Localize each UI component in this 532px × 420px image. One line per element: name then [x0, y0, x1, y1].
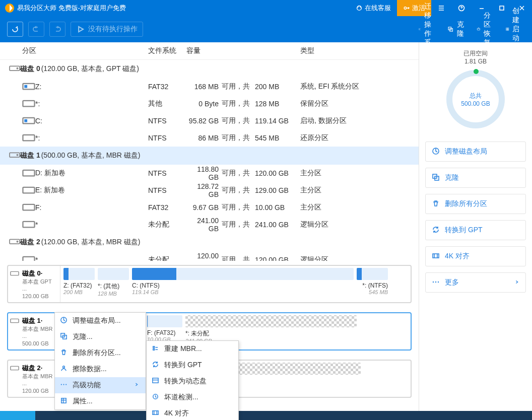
svg-rect-10: [508, 29, 509, 30]
used-value: 1.81 GB: [425, 58, 526, 65]
partition-row[interactable]: *未分配120.00 GB可用，共120.00 GB逻辑分区: [0, 251, 419, 261]
context-menu-item[interactable]: 坏道检测...: [147, 389, 238, 405]
volume-icon: [22, 82, 35, 91]
context-menu-item[interactable]: 重建 MBR...: [147, 341, 238, 357]
partition-row[interactable]: F:FAT329.67 GB可用，共10.00 GB主分区: [0, 199, 419, 216]
menu-item-icon: [152, 377, 159, 386]
action-icon: [432, 173, 440, 183]
total-value: 500.00 GB: [461, 100, 490, 107]
col-type: 类型: [300, 46, 419, 55]
action-icon: [432, 252, 440, 261]
svg-rect-7: [506, 28, 507, 29]
context-menu-item[interactable]: 4K 对齐: [147, 405, 238, 420]
menu-item-icon: [152, 393, 159, 402]
volume-icon: [22, 186, 35, 194]
os-taskbar: [0, 411, 532, 420]
support-label: 在线客服: [365, 4, 391, 13]
svg-rect-21: [23, 170, 34, 176]
action-button[interactable]: 转换到 GPT: [425, 220, 526, 240]
svg-point-42: [61, 384, 62, 385]
svg-rect-17: [24, 119, 27, 122]
toolbar: 没有待执行操作 迁移操作系统 克隆 分区恢复 创建启动盘 工具: [0, 16, 532, 42]
action-button[interactable]: 调整磁盘布局: [425, 142, 526, 162]
advanced-submenu[interactable]: 重建 MBR...转换到 GPT转换为动态盘坏道检测...4K 对齐: [146, 340, 239, 420]
svg-rect-48: [153, 411, 158, 415]
svg-point-37: [438, 281, 439, 282]
action-label: 调整磁盘布局: [445, 147, 487, 156]
context-menu-item[interactable]: 删除所有分区...: [55, 345, 146, 361]
action-button[interactable]: 更多: [425, 272, 526, 293]
hdd-icon: [9, 64, 20, 74]
col-partition: 分区: [22, 46, 148, 55]
action-label: 更多: [445, 278, 459, 287]
total-label: 总共: [470, 92, 482, 100]
context-menu-item[interactable]: 转换为动态盘: [147, 373, 238, 389]
svg-rect-34: [433, 254, 439, 258]
action-icon: [432, 226, 440, 235]
volume-icon: [22, 99, 35, 108]
action-icon: [432, 278, 440, 288]
support-button[interactable]: 在线客服: [350, 0, 397, 16]
context-menu-item[interactable]: 擦除数据...: [55, 361, 146, 377]
disk-segment[interactable]: *: (NTFS)545 MB: [357, 268, 388, 300]
partition-row[interactable]: *:NTFS86 MB可用，共545 MB还原分区: [0, 129, 419, 147]
context-menu-item[interactable]: 调整磁盘布局...: [55, 313, 146, 329]
svg-point-43: [63, 384, 64, 385]
context-menu-item[interactable]: 克隆...: [55, 329, 146, 345]
side-panel: 已用空间 1.81 GB 总共 500.00 GB 调整磁盘布局克隆删除所有分区…: [419, 42, 532, 411]
disk-row[interactable]: 磁盘 1 (500.00 GB, 基本盘, MBR 磁盘): [0, 147, 419, 165]
chevron-right-icon: [514, 278, 519, 288]
volume-icon: [22, 255, 35, 261]
partition-row[interactable]: D: 新加卷NTFS118.80 GB可用，共120.00 GB主分区: [0, 165, 419, 182]
action-button[interactable]: 克隆: [425, 168, 526, 188]
redo-button[interactable]: [49, 22, 65, 37]
undo-button[interactable]: [28, 22, 44, 37]
disk-row[interactable]: 磁盘 0 (120.00 GB, 基本盘, GPT 磁盘): [0, 60, 419, 78]
app-logo-icon: [5, 4, 14, 13]
disk-segment[interactable]: *: (其他)128 MB: [98, 268, 129, 300]
svg-rect-30: [11, 366, 19, 370]
disk-context-menu[interactable]: 调整磁盘布局...克隆...删除所有分区...擦除数据...高级功能属性...: [54, 312, 146, 410]
disk-row[interactable]: 磁盘 2 (120.00 GB, 基本盘, MBR 磁盘): [0, 233, 419, 251]
context-menu-item[interactable]: 转换到 GPT: [147, 357, 238, 373]
action-label: 转换到 GPT: [445, 226, 483, 235]
disk-map[interactable]: 磁盘 0·基本盘 GPT ...120.00 GBZ: (FAT32)200 M…: [7, 265, 412, 303]
action-button[interactable]: 删除所有分区: [425, 194, 526, 214]
action-button[interactable]: 4K 对齐: [425, 246, 526, 266]
volume-icon: [22, 203, 35, 212]
menu-item-icon: [60, 397, 68, 406]
chevron-right-icon: [135, 381, 139, 390]
action-label: 删除所有分区: [445, 199, 487, 208]
svg-point-1: [404, 7, 406, 9]
svg-rect-18: [23, 135, 34, 141]
svg-rect-23: [23, 204, 34, 211]
partition-row[interactable]: *:其他0 Byte可用，共128 MB保留分区: [0, 95, 419, 112]
pending-ops: 没有待执行操作: [71, 22, 143, 37]
svg-point-35: [433, 281, 434, 282]
menu-item-icon: [60, 365, 68, 374]
refresh-button[interactable]: [7, 22, 23, 37]
partition-row[interactable]: Z:FAT32168 MB可用，共200 MB系统, EFI 系统分区: [0, 78, 419, 95]
action-icon: [432, 199, 440, 209]
disk-segment[interactable]: C: (NTFS)119.14 GB: [132, 268, 354, 300]
svg-point-36: [435, 281, 436, 282]
svg-rect-6: [477, 28, 480, 30]
svg-rect-46: [153, 378, 158, 383]
partition-table: 磁盘 0 (120.00 GB, 基本盘, GPT 磁盘)Z:FAT32168 …: [0, 60, 419, 261]
svg-rect-15: [23, 101, 34, 107]
disk-segment[interactable]: Z: (FAT32)200 MB: [63, 268, 95, 300]
volume-icon: [22, 133, 35, 142]
partition-row[interactable]: *未分配241.00 GB可用，共241.00 GB逻辑分区: [0, 216, 419, 233]
svg-rect-28: [11, 271, 19, 275]
svg-rect-22: [23, 187, 34, 193]
partition-row[interactable]: E: 新加卷NTFS128.72 GB可用，共129.00 GB主分区: [0, 182, 419, 199]
action-label: 4K 对齐: [445, 252, 470, 261]
partition-row[interactable]: C:NTFS95.82 GB可用，共119.14 GB启动, 数据分区: [0, 112, 419, 129]
context-menu-item[interactable]: 高级功能: [55, 377, 146, 393]
menu-item-icon: [60, 316, 68, 325]
context-menu-item[interactable]: 属性...: [55, 393, 146, 409]
svg-point-41: [63, 366, 65, 368]
table-header: 分区 文件系统 容量 类型: [0, 42, 419, 60]
svg-rect-14: [24, 85, 27, 88]
svg-point-44: [65, 384, 66, 385]
